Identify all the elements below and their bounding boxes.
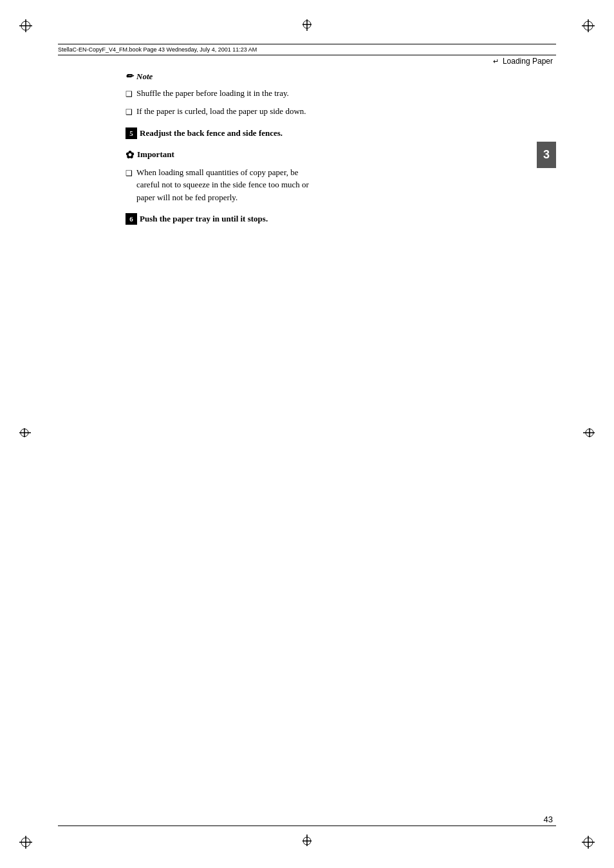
step-6-text: Push the paper tray in until it stops. (140, 212, 268, 225)
important-section: ✿ Important ❑ When loading small quantit… (126, 149, 309, 204)
file-info-text: StellaC-EN-CopyF_V4_FM.book Page 43 Wedn… (58, 46, 257, 53)
note-title: ✏ Note (126, 71, 309, 82)
step-6: 6 Push the paper tray in until it stops. (126, 212, 309, 225)
page-number: 43 (544, 815, 553, 824)
note-section: ✏ Note ❑ Shuffle the paper before loadin… (126, 71, 309, 118)
section-header: ↵ Loading Paper (493, 57, 553, 66)
step-5-number: 5 (126, 127, 137, 139)
checkbox-icon-imp-1: ❑ (126, 167, 133, 179)
mid-mark-top (297, 19, 317, 41)
note-item-1-text: Shuffle the paper before loading it in t… (136, 87, 289, 100)
main-content: ✏ Note ❑ Shuffle the paper before loadin… (126, 71, 309, 234)
section-title: Loading Paper (503, 57, 553, 66)
mid-mark-left (19, 423, 39, 445)
step-5-label: 5 Readjust the back fence and side fence… (126, 127, 309, 140)
important-title: ✿ Important (126, 149, 309, 161)
important-title-text: Important (137, 149, 174, 160)
important-icon: ✿ (126, 149, 134, 161)
corner-mark-tl (19, 19, 45, 45)
important-list: ❑ When loading small quantities of copy … (126, 166, 309, 204)
note-item-2-text: If the paper is curled, load the paper u… (136, 105, 306, 118)
corner-mark-br (569, 823, 595, 849)
note-title-text: Note (136, 71, 153, 82)
bottom-border-line (58, 826, 556, 826)
note-item-2: ❑ If the paper is curled, load the paper… (126, 105, 309, 118)
corner-mark-bl (19, 823, 45, 849)
section-icon: ↵ (493, 57, 499, 66)
step-6-number: 6 (126, 213, 137, 225)
mid-mark-bottom (297, 827, 317, 849)
checkbox-icon-2: ❑ (126, 106, 133, 118)
important-item-1: ❑ When loading small quantities of copy … (126, 166, 309, 204)
corner-mark-tr (569, 19, 595, 45)
note-icon: ✏ (126, 71, 133, 82)
note-item-1: ❑ Shuffle the paper before loading it in… (126, 87, 309, 100)
page-number-text: 43 (544, 815, 553, 824)
checkbox-icon-1: ❑ (126, 88, 133, 100)
chapter-number: 3 (543, 148, 550, 161)
meta-line: StellaC-EN-CopyF_V4_FM.book Page 43 Wedn… (58, 46, 556, 55)
mid-mark-right (575, 423, 595, 445)
step-5-text: Readjust the back fence and side fences. (140, 127, 283, 140)
important-item-1-text: When loading small quantities of copy pa… (136, 166, 309, 204)
note-list: ❑ Shuffle the paper before loading it in… (126, 87, 309, 118)
top-border-line (58, 44, 556, 44)
chapter-tab: 3 (537, 142, 556, 168)
step-6-label: 6 Push the paper tray in until it stops. (126, 212, 309, 225)
step-5: 5 Readjust the back fence and side fence… (126, 127, 309, 140)
